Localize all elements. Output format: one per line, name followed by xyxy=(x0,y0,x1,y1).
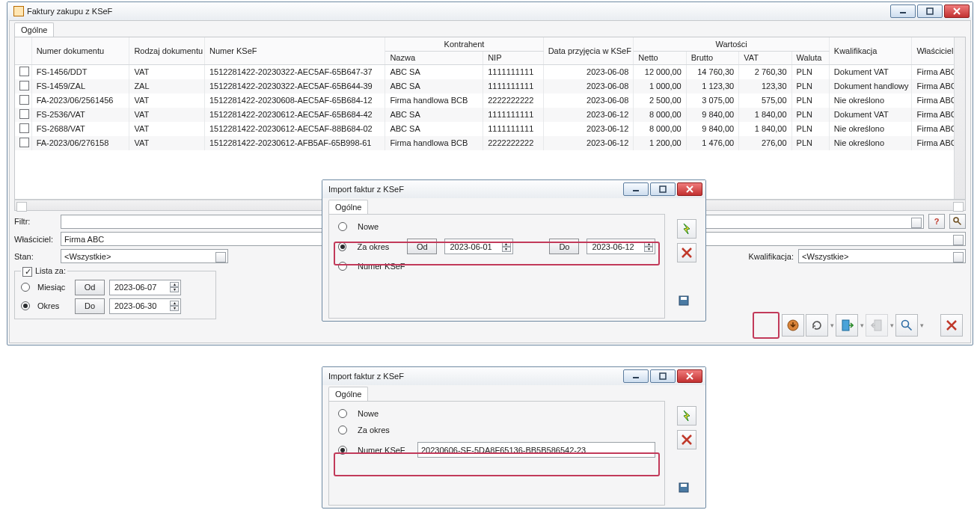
dialog2-tab-ogolne[interactable]: Ogólne xyxy=(328,387,368,401)
do-button[interactable]: Do xyxy=(75,298,105,314)
col-netto[interactable]: Netto xyxy=(634,51,686,64)
dialog1-cancel-button[interactable] xyxy=(677,243,696,262)
dialog1-za-okres-label: Za okres xyxy=(357,242,399,251)
row-checkbox[interactable] xyxy=(19,67,29,76)
dialog1-date-do-input[interactable]: 2023-06-12▴▾ xyxy=(587,239,655,254)
svg-rect-8 xyxy=(681,297,687,300)
col-vat[interactable]: VAT xyxy=(739,51,791,64)
table-row[interactable]: FS-1456/DDTVAT1512281422-20230322-AEC5AF… xyxy=(15,64,965,79)
filter-settings-button[interactable] xyxy=(949,214,966,229)
app-icon xyxy=(13,6,24,16)
col-data-przyjecia[interactable]: Data przyjęcia w KSeF xyxy=(543,37,634,64)
row-checkbox[interactable] xyxy=(19,109,29,119)
dialog1-title: Import faktur z KSeF xyxy=(328,185,404,194)
date-od-input[interactable]: 2023-06-07▴▾ xyxy=(109,280,181,295)
svg-rect-0 xyxy=(927,8,933,14)
row-checkbox[interactable] xyxy=(19,123,29,133)
dialog1-od-button[interactable]: Od xyxy=(407,239,437,254)
dialog2-run-button[interactable] xyxy=(677,406,696,426)
od-button[interactable]: Od xyxy=(75,280,105,295)
dialog1-nowe-label: Nowe xyxy=(358,222,379,231)
svg-rect-3 xyxy=(842,320,849,331)
col-nip[interactable]: NIP xyxy=(483,51,543,64)
dialog1-run-button[interactable] xyxy=(677,219,696,239)
invoice-table[interactable]: Numer dokumentu Rodzaj dokumentu Numer K… xyxy=(15,37,965,150)
dialog2-ksef-input[interactable]: 20230606-SE-5DA8F65136-BB5B586542-23 xyxy=(417,442,655,458)
radio-miesiac[interactable] xyxy=(21,283,30,292)
import-dialog-ksef: Import faktur z KSeF Ogólne Nowe Za okre… xyxy=(322,366,706,509)
dialog2-save-button[interactable] xyxy=(679,482,696,500)
col-brutto[interactable]: Brutto xyxy=(686,51,738,64)
dialog1-radio-numer-ksef[interactable] xyxy=(338,262,347,271)
refresh-button[interactable] xyxy=(806,314,828,337)
col-checkbox[interactable] xyxy=(15,37,31,64)
dialog1-date-od-input[interactable]: 2023-06-01▴▾ xyxy=(444,239,513,254)
dialog2-maximize-button[interactable] xyxy=(650,369,676,383)
col-nazwa[interactable]: Nazwa xyxy=(385,51,483,64)
import-button[interactable] xyxy=(782,314,804,337)
table-row[interactable]: FA-2023/06/276158VAT1512281422-20230612-… xyxy=(15,136,965,150)
col-wartosci[interactable]: Wartości xyxy=(634,37,830,51)
dialog1-maximize-button[interactable] xyxy=(650,182,676,196)
dialog1-minimize-button[interactable] xyxy=(623,182,649,196)
dialog2-titlebar[interactable]: Import faktur z KSeF xyxy=(322,367,705,385)
dialog2-nowe-label: Nowe xyxy=(358,409,379,418)
radio-okres[interactable] xyxy=(21,301,30,310)
dialog1-numer-ksef-label: Numer KSeF xyxy=(358,262,405,271)
table-row[interactable]: FA-2023/06/2561456VAT1512281422-20230608… xyxy=(15,93,965,108)
lista-za-label: Lista za: xyxy=(35,266,66,275)
dialog2-radio-numer-ksef[interactable] xyxy=(338,446,347,455)
kwalifikacja-combo[interactable]: <Wszystkie> xyxy=(798,249,966,263)
svg-rect-6 xyxy=(660,186,666,192)
table-row[interactable]: FS-2688/VATVAT1512281422-20230612-AEC5AF… xyxy=(15,122,965,136)
dialog2-radio-za-okres[interactable] xyxy=(338,426,347,434)
owner-label: Właściciel: xyxy=(14,235,56,244)
minimize-button[interactable] xyxy=(890,4,916,18)
table-row[interactable]: FS-1459/ZALZAL1512281422-20230322-AEC5AF… xyxy=(15,79,965,93)
col-waluta[interactable]: Waluta xyxy=(791,51,829,64)
tab-ogolne[interactable]: Ogólne xyxy=(14,22,54,37)
col-kwalifikacja[interactable]: Kwalifikacja xyxy=(829,37,912,64)
dialog1-titlebar[interactable]: Import faktur z KSeF xyxy=(322,180,705,198)
dialog2-cancel-button[interactable] xyxy=(677,430,696,449)
dialog1-close-button[interactable] xyxy=(677,182,702,196)
row-checkbox[interactable] xyxy=(19,81,29,90)
kwalifikacja-label: Kwalifikacja: xyxy=(748,252,794,261)
col-numer-dok[interactable]: Numer dokumentu xyxy=(31,37,129,64)
filter-label: Filtr: xyxy=(14,217,56,226)
col-rodzaj-dok[interactable]: Rodzaj dokumentu xyxy=(129,37,205,64)
export-button[interactable] xyxy=(836,314,858,337)
dialog2-radio-nowe[interactable] xyxy=(338,409,347,418)
col-kontrahent[interactable]: Kontrahent xyxy=(385,37,543,51)
svg-rect-11 xyxy=(681,484,687,487)
row-checkbox[interactable] xyxy=(19,95,29,105)
dialog1-radio-nowe[interactable] xyxy=(338,222,347,231)
import-disabled-button xyxy=(866,314,888,337)
table-row[interactable]: FS-2536/VATVAT1512281422-20230612-AEC5AF… xyxy=(15,108,965,122)
window-title: Faktury zakupu z KSeF xyxy=(27,7,112,16)
close-button[interactable] xyxy=(944,4,970,18)
titlebar[interactable]: Faktury zakupu z KSeF xyxy=(7,2,973,20)
search-button[interactable] xyxy=(895,314,918,337)
dialog2-close-button[interactable] xyxy=(677,369,702,383)
dialog2-minimize-button[interactable] xyxy=(623,369,649,383)
sep-3: ▾ xyxy=(889,322,894,329)
dialog1-tab-ogolne[interactable]: Ogólne xyxy=(328,200,368,214)
delete-button[interactable] xyxy=(940,314,963,337)
lista-za-checkbox[interactable] xyxy=(22,267,32,277)
bottom-toolbar: ▾ ▾ ▾ ▾ xyxy=(782,314,963,337)
maximize-button[interactable] xyxy=(917,4,943,18)
vertical-scrollbar[interactable] xyxy=(954,37,965,199)
date-do-input[interactable]: 2023-06-30▴▾ xyxy=(109,298,181,314)
sep-4: ▾ xyxy=(919,322,924,329)
dialog1-radio-za-okres[interactable] xyxy=(338,242,346,251)
stan-combo[interactable]: <Wszystkie> xyxy=(61,249,228,263)
dialog2-title: Import faktur z KSeF xyxy=(328,372,404,381)
dialog1-do-button[interactable]: Do xyxy=(549,239,579,254)
col-numer-ksef[interactable]: Numer KSeF xyxy=(204,37,385,64)
row-checkbox[interactable] xyxy=(19,138,29,147)
sep-1: ▾ xyxy=(830,322,834,329)
dialog1-save-button[interactable] xyxy=(679,295,696,313)
filter-help-button[interactable]: ? xyxy=(928,214,945,229)
dialog2-numer-ksef-label: Numer KSeF xyxy=(358,446,410,455)
